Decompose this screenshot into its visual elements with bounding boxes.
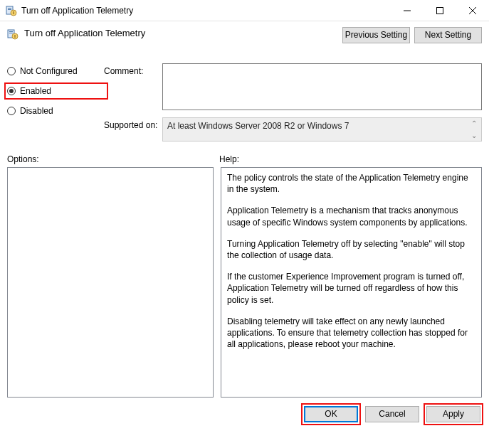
svg-rect-13 bbox=[14, 35, 16, 38]
radio-label: Disabled bbox=[20, 106, 53, 116]
help-paragraph: If the customer Experience Improvement p… bbox=[227, 271, 475, 306]
radio-icon bbox=[7, 67, 16, 75]
svg-rect-4 bbox=[13, 11, 14, 14]
previous-setting-button[interactable]: Previous Setting bbox=[342, 27, 410, 43]
svg-rect-1 bbox=[8, 8, 11, 9]
options-pane[interactable] bbox=[7, 167, 214, 398]
close-icon bbox=[469, 7, 476, 14]
svg-rect-6 bbox=[437, 7, 443, 14]
help-pane[interactable]: The policy controls the state of the App… bbox=[221, 167, 482, 398]
title-bar: Turn off Application Telemetry bbox=[0, 0, 489, 21]
scroll-down-icon: ⌄ bbox=[471, 132, 477, 139]
close-button[interactable] bbox=[456, 0, 489, 21]
comment-input[interactable] bbox=[162, 63, 482, 110]
maximize-button[interactable] bbox=[424, 0, 456, 21]
policy-icon bbox=[7, 28, 19, 40]
config-row: Not Configured Enabled Disabled Comment:… bbox=[0, 63, 489, 142]
supported-on-text: At least Windows Server 2008 R2 or Windo… bbox=[167, 121, 349, 131]
svg-rect-11 bbox=[9, 33, 13, 33]
radio-enabled[interactable]: Enabled bbox=[7, 86, 51, 96]
minimize-icon bbox=[404, 7, 411, 14]
scroll-up-icon: ⌃ bbox=[471, 119, 477, 127]
help-paragraph: Disabling telemetry will take effect on … bbox=[227, 316, 475, 351]
radio-label: Not Configured bbox=[20, 66, 78, 76]
enabled-highlight: Enabled bbox=[4, 82, 108, 100]
footer: OK Cancel Apply bbox=[0, 398, 489, 422]
comment-label: Comment: bbox=[104, 63, 162, 110]
cancel-button[interactable]: Cancel bbox=[365, 406, 419, 422]
help-paragraph: Application Telemetry is a mechanism tha… bbox=[227, 205, 475, 228]
state-radiogroup: Not Configured Enabled Disabled bbox=[7, 63, 104, 142]
supported-on-value: At least Windows Server 2008 R2 or Windo… bbox=[162, 117, 482, 142]
ok-highlight: OK bbox=[301, 403, 361, 425]
radio-label: Enabled bbox=[20, 86, 51, 96]
help-label: Help: bbox=[219, 154, 482, 164]
help-paragraph: The policy controls the state of the App… bbox=[227, 172, 475, 195]
page-title: Turn off Application Telemetry bbox=[24, 27, 338, 38]
panes: The policy controls the state of the App… bbox=[0, 167, 489, 398]
radio-icon bbox=[7, 107, 16, 115]
pane-labels: Options: Help: bbox=[0, 150, 489, 167]
minimize-button[interactable] bbox=[391, 0, 424, 21]
policy-icon bbox=[6, 5, 17, 16]
maximize-icon bbox=[436, 7, 443, 14]
radio-disabled[interactable]: Disabled bbox=[7, 106, 104, 116]
window-buttons bbox=[391, 0, 489, 21]
next-setting-button[interactable]: Next Setting bbox=[414, 27, 482, 43]
apply-button[interactable]: Apply bbox=[426, 406, 480, 422]
radio-icon bbox=[7, 87, 16, 95]
options-label: Options: bbox=[7, 154, 219, 164]
radio-not-configured[interactable]: Not Configured bbox=[7, 66, 104, 76]
svg-rect-10 bbox=[9, 31, 13, 32]
apply-highlight: Apply bbox=[424, 403, 483, 425]
header: Turn off Application Telemetry Previous … bbox=[0, 21, 489, 62]
svg-rect-2 bbox=[8, 9, 11, 10]
supported-on-label: Supported on: bbox=[104, 117, 162, 142]
window-title: Turn off Application Telemetry bbox=[21, 6, 391, 16]
help-paragraph: Turning Application Telemetry off by sel… bbox=[227, 238, 475, 261]
ok-button[interactable]: OK bbox=[304, 406, 358, 422]
